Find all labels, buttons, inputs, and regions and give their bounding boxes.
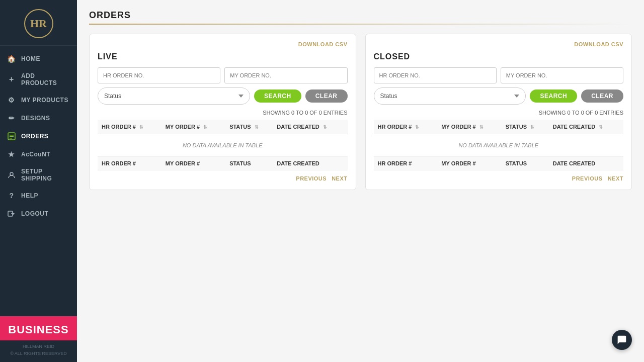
live-search-row — [98, 67, 348, 83]
closed-my-order-input[interactable] — [501, 67, 623, 83]
sort-icon: ⇅ — [255, 125, 259, 130]
shipping-icon — [7, 170, 16, 179]
sort-icon: ⇅ — [479, 125, 484, 130]
closed-footer-status: STATUS — [502, 157, 549, 170]
logo-text: HR — [30, 17, 47, 30]
live-col-my-order[interactable]: MY ORDER # ⇅ — [162, 120, 225, 134]
main-content: ORDERS DOWNLOAD CSV LIVE Status SEARCH C… — [77, 0, 644, 362]
closed-showing-text: SHOWING 0 TO 0 OF 0 ENTRIES — [374, 110, 624, 116]
live-prev-button[interactable]: PREVIOUS — [296, 175, 327, 182]
closed-footer-hr-order: HR ORDER # — [374, 157, 438, 170]
logo-container: HR — [0, 0, 77, 46]
sidebar-item-account[interactable]: ★ AcCouNT — [0, 145, 77, 163]
live-my-order-input[interactable] — [224, 67, 347, 83]
sort-icon: ⇅ — [139, 125, 143, 130]
gear-icon: ⚙ — [7, 96, 16, 105]
help-icon: ? — [7, 191, 16, 200]
live-table-footer: HR ORDER # MY ORDER # STATUS DATE CREATE… — [98, 157, 348, 170]
closed-col-status[interactable]: STATUS ⇅ — [502, 120, 549, 134]
live-panel-top: DOWNLOAD CSV — [98, 41, 348, 47]
svg-rect-2 — [10, 136, 14, 137]
business-label: BUSINESS — [5, 323, 72, 336]
closed-panel: DOWNLOAD CSV CLOSED Status SEARCH CLEAR … — [365, 34, 632, 190]
closed-col-date[interactable]: DATE CREATED ⇅ — [549, 120, 623, 134]
sidebar-label-my-products: MY PRODUCTS — [21, 97, 68, 104]
live-footer-hr-order: HR ORDER # — [98, 157, 162, 170]
live-hr-order-input[interactable] — [98, 67, 220, 83]
sidebar-item-setup-shipping[interactable]: SETUP SHIPPING — [0, 163, 77, 187]
closed-table: HR ORDER # ⇅ MY ORDER # ⇅ STATUS ⇅ DAT — [374, 120, 624, 170]
live-no-data-cell: NO DATA AVAILABLE IN TABLE — [98, 134, 348, 157]
live-search-button[interactable]: SEARCH — [254, 89, 301, 103]
closed-table-header: HR ORDER # ⇅ MY ORDER # ⇅ STATUS ⇅ DAT — [374, 120, 624, 134]
sort-icon: ⇅ — [530, 125, 534, 130]
live-filter-row: Status SEARCH CLEAR — [98, 87, 348, 105]
closed-footer-my-order: MY ORDER # — [437, 157, 501, 170]
live-col-date[interactable]: DATE CREATED ⇅ — [273, 120, 347, 134]
live-status-select[interactable]: Status — [98, 87, 250, 105]
live-col-hr-order[interactable]: HR ORDER # ⇅ — [98, 120, 162, 134]
live-table-header: HR ORDER # ⇅ MY ORDER # ⇅ STATUS ⇅ DAT — [98, 120, 348, 134]
live-clear-button[interactable]: CLEAR — [305, 89, 348, 103]
closed-no-data-row: NO DATA AVAILABLE IN TABLE — [374, 134, 624, 157]
closed-pagination: PREVIOUS NEXT — [374, 175, 624, 182]
sidebar-item-home[interactable]: 🏠 HOME — [0, 50, 77, 68]
svg-point-4 — [10, 172, 13, 175]
sort-icon: ⇅ — [323, 125, 327, 130]
plus-icon: + — [7, 75, 16, 84]
closed-col-hr-order[interactable]: HR ORDER # ⇅ — [374, 120, 438, 134]
live-panel-title: LIVE — [98, 52, 348, 61]
live-footer-date: DATE CREATED — [273, 157, 347, 170]
live-footer-status: STATUS — [225, 157, 273, 170]
live-showing-text: SHOWING 0 TO 0 OF 0 ENTRIES — [98, 110, 348, 116]
sidebar-item-orders[interactable]: ORDERS — [0, 127, 77, 145]
closed-download-csv[interactable]: DOWNLOAD CSV — [574, 41, 623, 47]
footer-line2: © ALL RIGHTS RESERVED — [10, 351, 67, 356]
sidebar-label-help: HELP — [21, 192, 38, 199]
closed-next-button[interactable]: NEXT — [608, 175, 623, 182]
sort-icon: ⇅ — [415, 125, 419, 130]
sidebar-item-logout[interactable]: LOGOUT — [0, 205, 77, 223]
footer-company: HILLMAN REID © ALL RIGHTS RESERVED — [0, 343, 77, 357]
chat-bubble[interactable] — [612, 330, 632, 350]
chat-icon — [617, 335, 627, 345]
sidebar-label-orders: ORDERS — [21, 133, 48, 140]
closed-col-my-order[interactable]: MY ORDER # ⇅ — [437, 120, 501, 134]
closed-no-data-cell: NO DATA AVAILABLE IN TABLE — [374, 134, 624, 157]
live-col-status[interactable]: STATUS ⇅ — [225, 120, 273, 134]
orders-grid: DOWNLOAD CSV LIVE Status SEARCH CLEAR SH… — [89, 34, 632, 190]
sidebar-footer: HILLMAN REID © ALL RIGHTS RESERVED — [0, 340, 77, 362]
live-next-button[interactable]: NEXT — [332, 175, 347, 182]
sidebar-label-logout: LOGOUT — [21, 210, 48, 217]
star-icon: ★ — [7, 150, 16, 159]
sidebar-nav: 🏠 HOME + ADD PRODUCTS ⚙ MY PRODUCTS ✏ DE… — [0, 46, 77, 316]
sidebar-label-account: AcCouNT — [21, 151, 50, 158]
closed-status-select[interactable]: Status — [374, 87, 526, 105]
title-divider — [89, 24, 632, 25]
closed-table-footer: HR ORDER # MY ORDER # STATUS DATE CREATE… — [374, 157, 624, 170]
closed-footer-date: DATE CREATED — [549, 157, 623, 170]
sidebar: HR 🏠 HOME + ADD PRODUCTS ⚙ MY PRODUCTS ✏… — [0, 0, 77, 362]
orders-icon — [7, 132, 16, 141]
closed-hr-order-input[interactable] — [374, 67, 497, 83]
live-download-csv[interactable]: DOWNLOAD CSV — [298, 41, 348, 47]
sidebar-label-setup-shipping: SETUP SHIPPING — [21, 168, 70, 182]
live-no-data-row: NO DATA AVAILABLE IN TABLE — [98, 134, 348, 157]
footer-line1: HILLMAN REID — [23, 344, 54, 349]
sort-icon: ⇅ — [203, 125, 207, 130]
live-footer-my-order: MY ORDER # — [162, 157, 225, 170]
closed-prev-button[interactable]: PREVIOUS — [572, 175, 603, 182]
sidebar-item-my-products[interactable]: ⚙ MY PRODUCTS — [0, 91, 77, 109]
closed-clear-button[interactable]: CLEAR — [581, 89, 623, 103]
svg-rect-3 — [10, 138, 12, 139]
sidebar-item-add-products[interactable]: + ADD PRODUCTS — [0, 68, 77, 91]
sort-icon: ⇅ — [599, 125, 603, 130]
business-banner: BUSINESS — [0, 316, 77, 340]
sidebar-item-designs[interactable]: ✏ DESIGNS — [0, 109, 77, 127]
live-panel: DOWNLOAD CSV LIVE Status SEARCH CLEAR SH… — [89, 34, 356, 190]
logout-icon — [7, 209, 16, 218]
closed-search-button[interactable]: SEARCH — [530, 89, 577, 103]
sidebar-item-help[interactable]: ? HELP — [0, 187, 77, 205]
home-icon: 🏠 — [7, 54, 16, 63]
pencil-icon: ✏ — [7, 114, 16, 123]
